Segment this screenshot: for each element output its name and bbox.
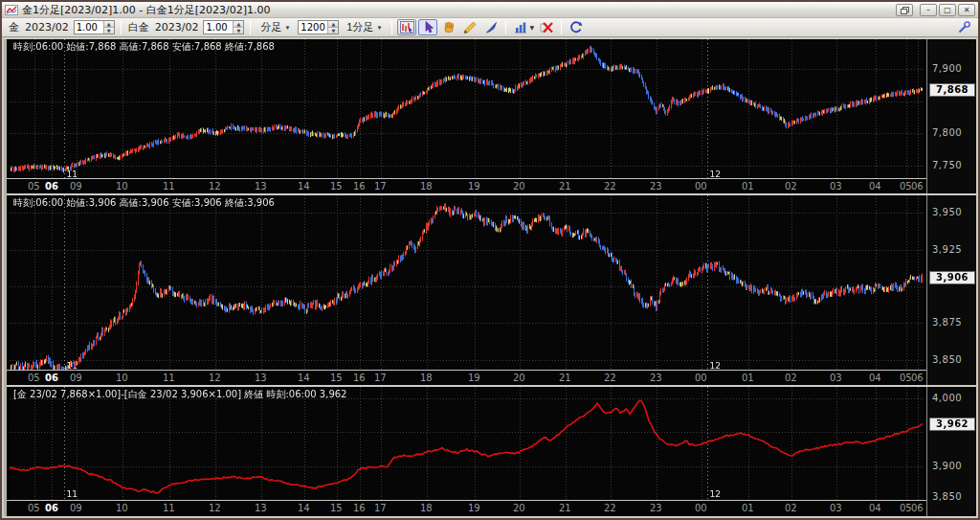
wrench-icon: [958, 21, 970, 34]
draw-pencil-button[interactable]: [460, 19, 479, 35]
chart-style-caret[interactable]: ▼: [529, 24, 534, 31]
time-axis-label: 14: [298, 503, 310, 513]
app-window: 金1分足[2023/02]1.00 - 白金1分足[2023/02]1.00 –…: [0, 0, 980, 520]
restore-panel-button[interactable]: [896, 4, 913, 16]
time-axis-label: 01: [742, 181, 754, 192]
time-axis-label: 09: [70, 181, 82, 192]
time-axis-label: 20: [513, 373, 525, 383]
time-axis-label: 22: [604, 373, 616, 383]
time-axis-label: 06: [911, 373, 924, 383]
time-axis-label: 15: [330, 503, 343, 513]
platinum-ohlc-info: 時刻:06:00 始値:3,906 高値:3,906 安値:3,906 終値:3…: [13, 196, 275, 210]
time-axis-label: 03: [830, 181, 842, 192]
time-axis-label: 09: [70, 503, 82, 513]
chart-type-dropdown[interactable]: 分足 ▼: [256, 20, 294, 35]
time-axis-label: 18: [420, 181, 433, 192]
draw-pen-button[interactable]: [481, 19, 501, 35]
toolbar-separator: [391, 21, 392, 34]
spread-line-chart[interactable]: [10, 387, 924, 500]
time-axis-label: 06: [911, 181, 924, 192]
time-axis-label: 04: [869, 373, 881, 383]
platinum-multiplier-spinner[interactable]: ▲▼: [203, 20, 244, 34]
delete-chart-button[interactable]: [537, 19, 556, 35]
time-axis-label: 16: [353, 503, 366, 513]
gold-contract-label: 2023/02: [25, 21, 69, 34]
gold-label: 金: [9, 20, 19, 34]
spread-last-price-badge: 3,962: [929, 418, 975, 431]
time-axis-label: 02: [785, 503, 797, 513]
bar-count-spinner[interactable]: ▲▼: [298, 20, 339, 34]
time-axis-label: 11: [163, 181, 175, 192]
price-axis-label: 3,875: [932, 317, 962, 328]
title-bar[interactable]: 金1分足[2023/02]1.00 - 白金1分足[2023/02]1.00 –…: [2, 2, 978, 18]
price-axis-label: 7,900: [932, 63, 962, 74]
chart-type-label: 分足: [260, 20, 281, 34]
time-axis-label: 17: [374, 503, 387, 513]
price-axis-label: 7,800: [932, 127, 962, 138]
time-axis-label: 16: [353, 373, 366, 383]
time-axis-label: 10: [116, 373, 128, 383]
chart-cursor-mode-button[interactable]: [397, 19, 416, 35]
bar-chart-icon: [514, 21, 527, 34]
timeframe-label: 1分足: [346, 20, 373, 34]
time-axis-label: 13: [255, 503, 267, 513]
gold-price-axis: 7,868 7,9007,8007,750: [926, 39, 976, 193]
price-axis-label: 3,850: [932, 354, 962, 365]
spread-chart-panel: [金 23/02 7,868×1.00]-[白金 23/02 3,906×1.0…: [7, 387, 976, 516]
price-axis-label: 3,900: [932, 461, 962, 471]
spread-price-axis: 3,962 4,0003,9003,850: [926, 387, 976, 516]
platinum-chart-panel: 時刻:06:00 始値:3,906 高値:3,906 安値:3,906 終値:3…: [7, 195, 976, 387]
gold-candlestick-chart[interactable]: [10, 39, 924, 180]
platinum-last-price-badge: 3,906: [929, 271, 975, 284]
spin-down-icon[interactable]: ▼: [103, 27, 114, 34]
settings-wrench-button[interactable]: [954, 19, 973, 35]
price-axis-label: 4,000: [932, 393, 962, 403]
toolbar: 金 2023/02 ▲▼ 白金 2023/02 ▲▼ 分足 ▼ ▲▼ 1分足 ▼: [2, 18, 978, 37]
gold-chart-panel: 時刻:06:00 始値:7,868 高値:7,868 安値:7,868 終値:7…: [7, 39, 976, 195]
time-axis-label: 09: [70, 373, 82, 383]
time-axis-label: 22: [604, 503, 616, 513]
time-axis-label: 01: [742, 503, 754, 513]
refresh-button[interactable]: [567, 19, 586, 35]
time-axis-label: 00: [695, 181, 707, 192]
time-axis-label: 05: [900, 503, 912, 513]
gold-multiplier-input[interactable]: [75, 21, 103, 34]
bar-count-input[interactable]: [299, 21, 327, 34]
time-axis-label: 19: [468, 503, 480, 513]
gold-multiplier-spinner[interactable]: ▲▼: [74, 20, 115, 34]
time-axis-label: 14: [298, 181, 310, 192]
platinum-contract-label: 2023/02: [155, 21, 199, 34]
spin-down-icon[interactable]: ▼: [327, 27, 338, 34]
time-axis-label: 05: [28, 503, 40, 513]
time-axis-label: 04: [869, 181, 881, 192]
platinum-price-axis: 3,906 3,9503,9253,8753,850: [926, 195, 976, 385]
time-axis-label: 17: [374, 373, 387, 383]
toolbar-separator: [121, 21, 122, 34]
select-arrow-button[interactable]: [418, 19, 437, 35]
time-axis-label: 19: [468, 181, 480, 192]
spin-down-icon[interactable]: ▼: [233, 27, 243, 34]
chart-style-button[interactable]: [511, 19, 530, 35]
chevron-down-icon: ▼: [284, 25, 290, 31]
time-axis-label: 00: [695, 503, 707, 513]
chart-cursor-icon: [400, 21, 414, 34]
minimize-button[interactable]: –: [920, 4, 937, 16]
platinum-candlestick-chart[interactable]: [10, 195, 924, 372]
price-axis-label: 3,850: [932, 491, 962, 502]
time-axis-label: 19: [468, 373, 480, 383]
gold-ohlc-info: 時刻:06:00 始値:7,868 高値:7,868 安値:7,868 終値:7…: [13, 40, 275, 54]
close-button[interactable]: ✕: [958, 4, 975, 16]
pan-hand-button[interactable]: [439, 19, 458, 35]
chart-area: 時刻:06:00 始値:7,868 高値:7,868 安値:7,868 終値:7…: [4, 39, 976, 516]
time-axis-label: 01: [742, 373, 754, 383]
platinum-label: 白金: [128, 20, 149, 34]
time-axis-label: 22: [604, 181, 616, 192]
timeframe-dropdown[interactable]: 1分足 ▼: [343, 20, 386, 35]
time-axis-label: 20: [513, 181, 525, 192]
time-axis-label: 05: [900, 373, 912, 383]
time-axis-label: 23: [650, 181, 662, 192]
time-axis-label: 17: [374, 181, 387, 192]
maximize-button[interactable]: □: [939, 4, 956, 16]
spread-time-axis: 0506091011121314151617181920212223000102…: [7, 500, 926, 516]
platinum-multiplier-input[interactable]: [204, 21, 233, 34]
